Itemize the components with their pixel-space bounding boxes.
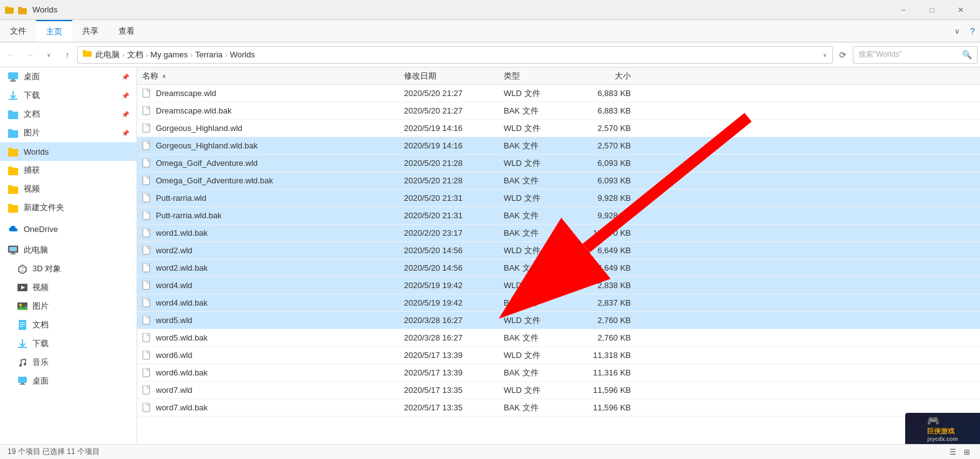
svg-rect-22 — [8, 204, 12, 206]
maximize-button[interactable]: □ — [918, 0, 946, 20]
table-row[interactable]: Omega_Golf_Adventure.wld.bak 2020/5/20 2… — [137, 172, 980, 190]
sidebar-item-video[interactable]: 视频 — [0, 180, 137, 198]
file-date-cell: 2020/2/20 23:17 — [399, 228, 499, 238]
file-type-cell: WLD 文件 — [499, 280, 574, 291]
file-name-cell: word4.wld.bak — [137, 298, 399, 308]
table-row[interactable]: Gorgeous_Highland.wld 2020/5/19 14:16 WL… — [137, 120, 980, 137]
column-type[interactable]: 类型 — [499, 70, 574, 82]
table-row[interactable]: word6.wld.bak 2020/5/17 13:39 BAK 文件 11,… — [137, 364, 980, 382]
svg-rect-79 — [147, 403, 150, 405]
table-row[interactable]: word7.wld.bak 2020/5/17 13:35 BAK 文件 11,… — [137, 399, 980, 417]
file-date-cell: 2020/5/20 21:27 — [399, 106, 499, 115]
sidebar-item-onedrive[interactable]: OneDrive — [0, 220, 137, 238]
address-folder-icon — [83, 49, 93, 60]
table-row[interactable]: Putt-rarria.wld.bak 2020/5/20 21:31 BAK … — [137, 207, 980, 225]
file-size-cell: 2,838 KB — [574, 281, 636, 290]
table-row[interactable]: Omega_Golf_Adventure.wld 2020/5/20 21:28… — [137, 155, 980, 172]
column-size[interactable]: 大小 — [574, 70, 636, 82]
sidebar-item-desktop-pc[interactable]: 桌面 — [0, 372, 137, 390]
column-type-label: 类型 — [504, 71, 520, 80]
forward-dropdown-button[interactable]: ∨ — [40, 46, 57, 64]
table-row[interactable]: word6.wld 2020/5/17 13:39 WLD 文件 11,318 … — [137, 347, 980, 364]
3d-icon — [17, 264, 27, 274]
table-row[interactable]: Gorgeous_Highland.wld.bak 2020/5/19 14:1… — [137, 137, 980, 155]
address-box[interactable]: 此电脑 › 文档 › My games › Terraria › Worlds … — [77, 46, 833, 64]
onedrive-icon — [7, 223, 19, 234]
sidebar-item-download[interactable]: 下载 📌 — [0, 86, 137, 105]
sidebar-item-desktop[interactable]: 桌面 📌 — [0, 67, 137, 86]
table-row[interactable]: word5.wld.bak 2020/3/28 16:27 BAK 文件 2,7… — [137, 329, 980, 347]
tab-view[interactable]: 查看 — [108, 20, 145, 42]
file-type-cell: WLD 文件 — [499, 193, 574, 204]
table-row[interactable]: Dreamscape.wld 2020/5/20 21:27 WLD 文件 6,… — [137, 85, 980, 102]
file-icon — [142, 141, 152, 151]
view-icons-icon[interactable]: ⊞ — [961, 447, 973, 458]
svg-rect-69 — [147, 316, 150, 318]
sidebar-item-docs[interactable]: 文档 📌 — [0, 105, 137, 123]
file-date-cell: 2020/5/20 14:56 — [399, 246, 499, 255]
refresh-button[interactable]: ⟳ — [834, 46, 852, 64]
table-row[interactable]: word4.wld 2020/5/19 19:42 WLD 文件 2,838 K… — [137, 277, 980, 294]
file-size-cell: 2,837 KB — [574, 298, 636, 307]
svg-rect-71 — [147, 333, 150, 336]
ribbon-help[interactable]: ? — [965, 20, 980, 42]
file-name-cell: word6.wld — [137, 350, 399, 360]
table-row[interactable]: Dreamscape.wld.bak 2020/5/20 21:27 BAK 文… — [137, 102, 980, 120]
sidebar-item-dl-pc[interactable]: 下载 — [0, 334, 137, 353]
file-name: word5.wld — [156, 316, 193, 325]
file-size-cell: 2,570 KB — [574, 123, 636, 133]
sidebar-item-docs-pc[interactable]: 文档 — [0, 316, 137, 334]
tab-home[interactable]: 主页 — [36, 20, 72, 42]
sidebar-label-onedrive: OneDrive — [24, 225, 58, 234]
sidebar-item-newfolder[interactable]: 新建文件夹 — [0, 198, 137, 217]
svg-rect-75 — [147, 368, 150, 370]
file-date-cell: 2020/5/19 19:42 — [399, 281, 499, 290]
address-dropdown[interactable]: ∨ — [823, 52, 827, 58]
svg-rect-65 — [147, 281, 150, 283]
download-icon — [7, 90, 19, 101]
file-icon — [142, 298, 152, 308]
pin-icon-download: 📌 — [122, 92, 129, 99]
sidebar-item-images-pc[interactable]: 图片 — [0, 297, 137, 316]
view-details-icon[interactable]: ☰ — [947, 447, 959, 458]
column-date[interactable]: 修改日期 — [399, 70, 499, 82]
file-name: Dreamscape.wld — [156, 89, 216, 98]
up-button[interactable]: ↑ — [59, 46, 76, 64]
sidebar-item-music-pc[interactable]: 音乐 — [0, 353, 137, 372]
svg-rect-51 — [147, 158, 150, 161]
ribbon-chevron[interactable]: ∨ — [949, 27, 965, 36]
search-icon[interactable]: 🔍 — [962, 50, 972, 59]
column-name[interactable]: 名称 ∧ — [137, 70, 399, 82]
table-row[interactable]: word2.wld.bak 2020/5/20 14:56 BAK 文件 6,6… — [137, 259, 980, 277]
sidebar-label-3d: 3D 对象 — [32, 263, 61, 274]
path-segment-4: Terraria — [195, 50, 223, 59]
file-icon — [142, 106, 152, 116]
sidebar-item-worlds[interactable]: Worlds — [0, 142, 137, 161]
sidebar-item-pc[interactable]: 此电脑 — [0, 241, 137, 259]
table-row[interactable]: word1.wld.bak 2020/2/20 23:17 BAK 文件 10,… — [137, 225, 980, 242]
table-row[interactable]: Putt-rarria.wld 2020/5/20 21:31 WLD 文件 9… — [137, 190, 980, 207]
file-icon — [142, 246, 152, 256]
tab-share[interactable]: 共享 — [72, 20, 108, 42]
search-box[interactable]: 搜索"Worlds" 🔍 — [853, 46, 978, 64]
tab-file[interactable]: 文件 — [0, 20, 36, 42]
table-row[interactable]: word2.wld 2020/5/20 14:56 WLD 文件 6,649 K… — [137, 242, 980, 259]
table-row[interactable]: word7.wld 2020/5/17 13:35 WLD 文件 11,596 … — [137, 382, 980, 399]
sidebar-item-capture[interactable]: 捕获 — [0, 161, 137, 180]
sidebar-item-images[interactable]: 图片 📌 — [0, 123, 137, 142]
close-button[interactable]: ✕ — [946, 0, 975, 20]
minimize-button[interactable]: − — [889, 0, 918, 20]
forward-button[interactable]: → — [21, 46, 39, 64]
table-row[interactable]: word4.wld.bak 2020/5/19 19:42 BAK 文件 2,8… — [137, 294, 980, 312]
sidebar-label-download: 下载 — [24, 90, 40, 101]
file-date-cell: 2020/5/17 13:39 — [399, 350, 499, 360]
file-date-cell: 2020/3/28 16:27 — [399, 333, 499, 342]
file-size-cell: 6,883 KB — [574, 89, 636, 98]
sidebar-item-video-pc[interactable]: 视频 — [0, 278, 137, 297]
sidebar-item-3d[interactable]: 3D 对象 — [0, 259, 137, 278]
file-icon — [142, 89, 152, 99]
file-name-cell: word6.wld.bak — [137, 368, 399, 378]
back-button[interactable]: ← — [2, 46, 20, 64]
file-name: Gorgeous_Highland.wld — [156, 123, 243, 133]
table-row[interactable]: word5.wld 2020/3/28 16:27 WLD 文件 2,760 K… — [137, 312, 980, 329]
